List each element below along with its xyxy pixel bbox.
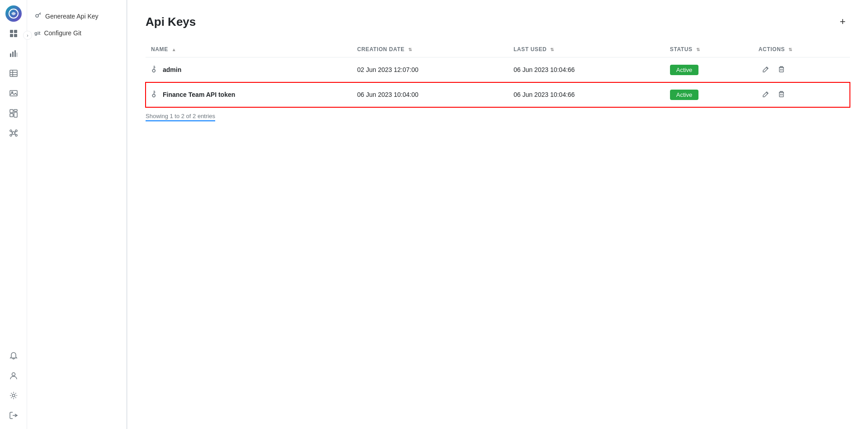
- configure-git-label: Configure Git: [44, 29, 81, 37]
- svg-rect-4: [14, 34, 17, 37]
- api-keys-table: NAME ▲ CREATION DATE ⇅ LAST USED ⇅ STATU…: [146, 42, 850, 107]
- svg-rect-16: [14, 110, 17, 111]
- sort-last-used-icon: ⇅: [550, 47, 554, 52]
- table-footer: Showing 1 to 2 of 2 entries: [146, 113, 215, 121]
- page-header: Api Keys +: [146, 14, 850, 29]
- page-title: Api Keys: [146, 15, 196, 29]
- sort-actions-icon: ⇅: [788, 47, 793, 52]
- cell-creation-date: 06 Jun 2023 10:04:00: [352, 82, 508, 107]
- key-name: Finance Team API token: [163, 91, 235, 98]
- sidebar-toggle[interactable]: ›: [23, 31, 32, 40]
- svg-rect-1: [10, 30, 13, 33]
- cell-actions: [753, 82, 850, 107]
- configure-git-item[interactable]: git Configure Git: [27, 25, 126, 41]
- cell-status: Active: [665, 82, 753, 107]
- table-header: NAME ▲ CREATION DATE ⇅ LAST USED ⇅ STATU…: [146, 42, 850, 57]
- svg-rect-6: [12, 52, 14, 57]
- svg-line-27: [15, 133, 15, 135]
- widget-icon[interactable]: [5, 105, 22, 121]
- svg-rect-13: [10, 91, 17, 96]
- svg-point-29: [12, 394, 15, 397]
- delete-button[interactable]: [774, 64, 788, 76]
- svg-rect-45: [779, 92, 783, 97]
- col-status[interactable]: STATUS ⇅: [665, 42, 753, 57]
- svg-rect-38: [779, 67, 783, 72]
- key-icon: [149, 64, 160, 76]
- svg-point-19: [12, 132, 15, 134]
- svg-rect-9: [10, 70, 17, 76]
- logout-icon[interactable]: [5, 407, 22, 424]
- key-name: admin: [163, 66, 181, 73]
- secondary-sidebar: Genereate Api Key git Configure Git: [27, 0, 127, 429]
- svg-rect-18: [14, 112, 17, 117]
- analytics-icon[interactable]: [5, 45, 22, 62]
- dashboard-icon[interactable]: [5, 25, 22, 42]
- generate-api-key-item[interactable]: Genereate Api Key: [27, 7, 126, 25]
- table-row: Finance Team API token 06 Jun 2023 10:04…: [146, 82, 850, 107]
- api-keys-table-container: NAME ▲ CREATION DATE ⇅ LAST USED ⇅ STATU…: [146, 42, 850, 121]
- status-badge: Active: [670, 90, 698, 100]
- svg-line-24: [12, 131, 12, 133]
- main-content: Api Keys + NAME ▲ CREATION DATE ⇅ LAST U…: [127, 0, 868, 429]
- svg-rect-3: [10, 34, 13, 37]
- status-badge: Active: [670, 65, 698, 75]
- svg-rect-15: [10, 110, 13, 113]
- sidebar: ›: [0, 0, 27, 429]
- svg-line-33: [40, 14, 41, 14]
- svg-rect-17: [10, 114, 13, 117]
- key-icon: [149, 89, 160, 100]
- settings-icon[interactable]: [5, 387, 22, 404]
- table-icon[interactable]: [5, 65, 22, 81]
- app-logo: [5, 5, 22, 22]
- table-row: admin 02 Jun 2023 12:07:00 06 Jun 2023 1…: [146, 57, 850, 82]
- cell-creation-date: 02 Jun 2023 12:07:00: [352, 57, 508, 82]
- svg-point-28: [12, 373, 15, 376]
- sort-status-icon: ⇅: [696, 47, 700, 52]
- add-api-key-button[interactable]: +: [835, 14, 850, 29]
- cell-actions: [753, 57, 850, 82]
- user-icon[interactable]: [5, 367, 22, 384]
- api-key-icon: [34, 12, 42, 20]
- edit-button[interactable]: [759, 89, 773, 100]
- sort-name-icon: ▲: [172, 47, 177, 52]
- cell-last-used: 06 Jun 2023 10:04:66: [508, 82, 665, 107]
- network-icon[interactable]: [5, 125, 22, 141]
- col-creation-date[interactable]: CREATION DATE ⇅: [352, 42, 508, 57]
- table-body: admin 02 Jun 2023 12:07:00 06 Jun 2023 1…: [146, 57, 850, 107]
- delete-button[interactable]: [774, 89, 788, 100]
- cell-last-used: 06 Jun 2023 10:04:66: [508, 57, 665, 82]
- git-icon: git: [34, 30, 40, 36]
- sort-creation-icon: ⇅: [408, 47, 412, 52]
- cell-status: Active: [665, 57, 753, 82]
- svg-line-25: [15, 131, 15, 133]
- svg-rect-2: [14, 30, 17, 33]
- notification-icon[interactable]: [5, 348, 22, 364]
- generate-api-key-label: Genereate Api Key: [45, 13, 99, 20]
- col-last-used[interactable]: LAST USED ⇅: [508, 42, 665, 57]
- svg-rect-7: [14, 50, 16, 57]
- cell-name: admin: [146, 57, 352, 82]
- svg-rect-8: [17, 52, 17, 57]
- edit-button[interactable]: [759, 64, 773, 76]
- svg-point-31: [36, 14, 38, 17]
- cell-name: Finance Team API token: [146, 82, 352, 107]
- svg-line-26: [12, 133, 12, 135]
- svg-rect-5: [10, 53, 11, 57]
- col-name[interactable]: NAME ▲: [146, 42, 352, 57]
- col-actions[interactable]: ACTIONS ⇅: [753, 42, 850, 57]
- image-icon[interactable]: [5, 85, 22, 101]
